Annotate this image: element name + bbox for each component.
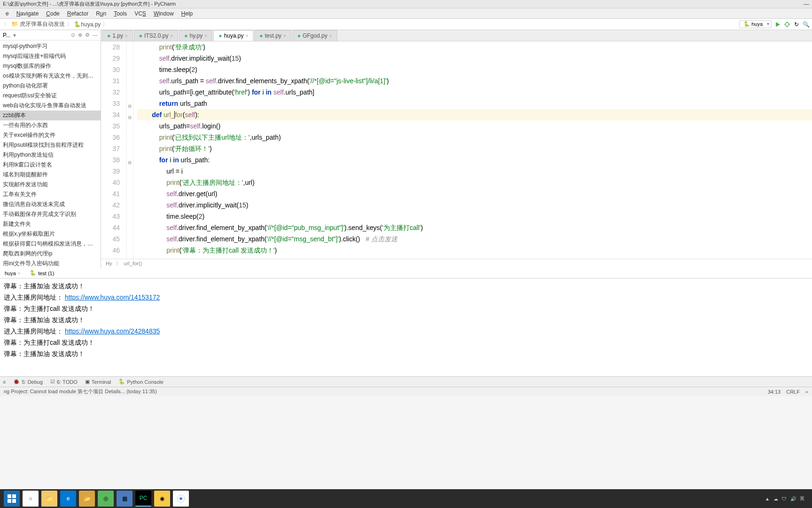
main-area: P... ▾ ⊙ ⊕ ⚙ — mysql-python学习mysql后端连接+前… xyxy=(0,30,812,268)
tree-item[interactable]: 域名到期提醒邮件 xyxy=(0,170,101,180)
status-message[interactable]: ng Project: Cannot load module 第七个项目 Det… xyxy=(4,388,157,395)
line-gutter: 28293031323334353637383940414243444546 xyxy=(101,41,127,259)
run-console[interactable]: 弹幕：主播加油 发送成功！进入主播房间地址： https://www.huya.… xyxy=(0,278,812,376)
tree-item[interactable]: 关于excel操作的文件 xyxy=(0,130,101,140)
tree-item[interactable]: mysql-python学习 xyxy=(0,41,101,51)
locate-icon[interactable]: ⊕ xyxy=(78,32,82,38)
taskbar-app[interactable]: ◉ xyxy=(154,491,170,507)
tray-icon[interactable]: 🔊 xyxy=(790,496,796,501)
console-link[interactable]: https://www.huya.com/24284835 xyxy=(65,327,160,335)
debug-icon[interactable] xyxy=(784,21,790,28)
menu-window[interactable]: Window xyxy=(150,9,178,18)
code-editor[interactable]: 28293031323334353637383940414243444546 ⊖… xyxy=(101,41,812,259)
console-tab-test[interactable]: 🐍 test (1) xyxy=(25,269,59,278)
run-icon[interactable] xyxy=(774,21,781,28)
crumb-function[interactable]: url_for() xyxy=(124,261,142,266)
bottom-tab-pyconsole[interactable]: 🐍 Python Console xyxy=(118,379,164,385)
tree-item[interactable]: request防ssl安全验证 xyxy=(0,91,101,101)
editor-tab[interactable]: ● huya.py × xyxy=(213,30,253,41)
menu-tools[interactable]: Tools xyxy=(110,9,131,18)
status-line-sep[interactable]: CRLF xyxy=(786,389,800,395)
menu-run[interactable]: Run xyxy=(92,9,110,18)
tree-item[interactable]: 手动截图保存并完成文字识别 xyxy=(0,209,101,219)
window-title: E:\桌面\python文件] - ...\虎牙弹幕自动发送\huya.py [… xyxy=(3,0,176,8)
tree-item[interactable]: 利用tk窗口设计签名 xyxy=(0,160,101,170)
taskbar-search-icon[interactable]: ○ xyxy=(23,491,39,507)
tree-item[interactable]: os模块实现判断有无该文件，无则创建 xyxy=(0,71,101,81)
close-icon[interactable]: × xyxy=(283,33,286,39)
close-icon[interactable]: × xyxy=(245,33,248,39)
editor-tab[interactable]: ● ITS2.0.py × xyxy=(134,30,178,41)
taskbar-app-explorer[interactable]: 📁 xyxy=(41,491,57,507)
bottom-tab-icon[interactable]: ≡ xyxy=(3,379,6,385)
close-icon[interactable]: × xyxy=(125,33,128,39)
tree-item[interactable]: mysql后端连接+前端代码 xyxy=(0,51,101,61)
tree-item[interactable]: python自动化部署 xyxy=(0,81,101,91)
console-link[interactable]: https://www.huya.com/14153172 xyxy=(65,294,160,301)
start-button[interactable] xyxy=(4,491,20,507)
taskbar-app-pycharm[interactable]: PC xyxy=(135,491,151,507)
tree-item[interactable]: 利用psutil模块找到当前程序进程 xyxy=(0,140,101,150)
code-content[interactable]: print('登录成功') self.driver.implicitly_wai… xyxy=(133,41,812,259)
taskbar-app[interactable]: ▦ xyxy=(117,491,133,507)
taskbar-app-folder[interactable]: 📂 xyxy=(79,491,95,507)
console-tab-huya[interactable]: huya× xyxy=(0,269,25,278)
editor-tab[interactable]: ● hy.py × xyxy=(179,30,212,41)
search-icon[interactable]: 🔍 xyxy=(803,21,809,28)
taskbar-app-edge[interactable]: e xyxy=(60,491,76,507)
editor-tab[interactable]: ● GFgod.py × xyxy=(292,30,337,41)
status-encoding[interactable]: ÷ xyxy=(805,389,808,395)
tree-item[interactable]: web自动化实现斗鱼弹幕自动发送 xyxy=(0,101,101,111)
tree-item[interactable]: mysql数据库的操作 xyxy=(0,61,101,71)
bottom-tab-todo[interactable]: ☑ 6: TODO xyxy=(50,379,78,385)
sidebar-title: P... xyxy=(3,32,10,39)
bottom-tab-terminal[interactable]: ▣ Terminal xyxy=(85,379,111,385)
run-config-selector[interactable]: 🐍 huya xyxy=(739,20,772,28)
status-caret-pos[interactable]: 34:13 xyxy=(768,389,781,395)
taskbar-app[interactable]: ◎ xyxy=(98,491,114,507)
close-icon[interactable]: × xyxy=(329,33,332,39)
tree-item[interactable]: 一些有用的小东西 xyxy=(0,120,101,130)
close-icon[interactable]: × xyxy=(204,33,207,39)
bottom-tool-tabs: ≡ 🐞 5: Debug ☑ 6: TODO ▣ Terminal 🐍 Pyth… xyxy=(0,376,812,387)
tree-item[interactable]: 用ini文件导入密码功能 xyxy=(0,259,101,268)
tree-item[interactable]: 爬取西刺网的代理ip xyxy=(0,249,101,259)
close-icon[interactable]: × xyxy=(170,33,173,39)
tree-item[interactable]: 新建文件夹 xyxy=(0,219,101,229)
menu-vcs[interactable]: VCS xyxy=(131,9,150,18)
taskbar-app-chrome[interactable] xyxy=(173,491,189,507)
crumb-class[interactable]: Hy xyxy=(106,261,112,266)
editor-tab[interactable]: ● test.py × xyxy=(254,30,291,41)
tree-item[interactable]: 微信消息自动发送未完成 xyxy=(0,199,101,209)
bottom-tab-debug[interactable]: 🐞 5: Debug xyxy=(13,379,43,385)
tree-item[interactable]: 根据x,y坐标截取图片 xyxy=(0,229,101,239)
close-icon[interactable]: × xyxy=(18,271,20,276)
sidebar-header: P... ▾ ⊙ ⊕ ⚙ — xyxy=(0,30,101,40)
toolbar: 〉 📁 虎牙弹幕自动发送 〉 🐍 huya.py 〉 🐍 huya ↻ 🔍 xyxy=(0,19,812,30)
editor-tab[interactable]: ● 1.py × xyxy=(102,30,133,41)
tree-item[interactable]: 实现邮件发送功能 xyxy=(0,180,101,190)
tray-icon[interactable]: 🛡 xyxy=(782,496,787,501)
tree-item[interactable]: 工单有关文件 xyxy=(0,190,101,199)
menu-file[interactable]: e xyxy=(2,9,13,18)
menu-navigate[interactable]: Navigate xyxy=(13,9,42,18)
menu-code[interactable]: Code xyxy=(42,9,63,18)
gear-icon[interactable]: ⚙ xyxy=(85,32,90,38)
tree-item[interactable]: 根据获得窗口句柄模拟发送消息，可实现微信和Q xyxy=(0,239,101,249)
collapse-icon[interactable]: ⊙ xyxy=(71,32,75,38)
tray-icon[interactable]: ☁ xyxy=(773,496,778,501)
tree-item[interactable]: 利用python发送短信 xyxy=(0,150,101,160)
crumb-file[interactable]: huya.py xyxy=(81,21,101,28)
chevron-right-icon: 〉 xyxy=(102,20,108,28)
project-tree[interactable]: mysql-python学习mysql后端连接+前端代码mysql数据库的操作o… xyxy=(0,40,101,268)
tree-item[interactable]: zzbb脚本 xyxy=(0,111,101,120)
tray-icon[interactable]: ▲ xyxy=(765,496,770,501)
fold-column[interactable]: ⊖⊖⊖ xyxy=(127,41,133,259)
minimize-icon[interactable]: — xyxy=(804,1,809,8)
tray-lang[interactable]: 英 xyxy=(800,495,804,502)
rerun-icon[interactable]: ↻ xyxy=(793,21,800,28)
hide-icon[interactable]: — xyxy=(93,32,98,38)
menu-refactor[interactable]: Refactor xyxy=(63,9,92,18)
menu-help[interactable]: Help xyxy=(178,9,197,18)
crumb-folder[interactable]: 📁 虎牙弹幕自动发送 xyxy=(11,20,65,28)
